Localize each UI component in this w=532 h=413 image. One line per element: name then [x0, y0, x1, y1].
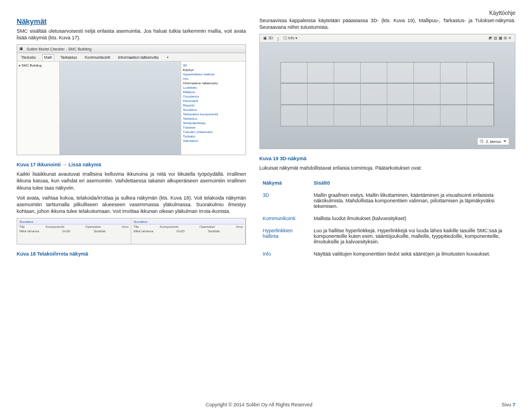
side-item[interactable]: Tarkastus — [183, 116, 244, 121]
para-left-2: Kaikki lisäikkunat avautuvat irrallisina… — [17, 171, 246, 191]
col: Tila — [19, 225, 24, 228]
side-3d[interactable]: 3D — [183, 63, 244, 68]
row-key-info: Info — [259, 248, 310, 260]
building-graphic — [280, 62, 494, 128]
side-item[interactable]: Valintakori — [183, 139, 244, 143]
doc-type-label: Käyttöohje — [17, 10, 515, 16]
cell: GUID — [62, 230, 70, 233]
cube-icon: ◫ — [480, 139, 484, 144]
figure-18: Suodatus Tila Komponentti Operaatiot Arv… — [17, 218, 246, 244]
side-item[interactable]: Tarkastetut komponentit — [183, 112, 244, 116]
cell: Mikä tahansa — [134, 230, 154, 233]
tab-tarkastus[interactable]: Tarkastus — [59, 55, 79, 60]
toolbar-icons[interactable]: ◩ ▥ ▦ ⊞ ✕ — [489, 36, 511, 40]
side-item[interactable]: Työkalut — [183, 134, 244, 139]
para-left-1: SMC sisältää oletusarvoisesti neljä eril… — [17, 28, 246, 41]
col: Tila — [134, 225, 139, 228]
col: Komponentti — [45, 225, 64, 228]
caption-fig19: Kuva 19 3D-näkymä — [259, 156, 515, 161]
fig17-3d-viewport[interactable] — [60, 62, 181, 155]
fig17-tabs: Tiedosto Malli Tarkastus Kommunikointi I… — [17, 53, 245, 62]
footer-page: Sivu 7 — [502, 402, 515, 407]
row-val-komm: Mallista luodut ilmoitukset (kalvoesityk… — [310, 212, 515, 225]
tab-plus[interactable]: + — [165, 55, 170, 60]
tree-root[interactable]: SMC Building — [22, 64, 42, 67]
side-item[interactable]: Edyttys — [183, 68, 244, 72]
col: Arvo — [122, 225, 129, 228]
side-item[interactable]: Raportti — [183, 103, 244, 108]
fig17-side-list: 3D Edyttys Hyperlinkkien hallinta Info I… — [181, 62, 245, 155]
side-item[interactable]: Informaation talteenotto — [183, 81, 244, 85]
caption-fig18: Kuva 18 Telakoi/irrota näkymä — [17, 251, 246, 257]
col: Operaatiot — [200, 225, 215, 228]
row-val-info: Näyttää valittujen komponenttien tiedot … — [310, 248, 515, 260]
floor-tag-label: 2. kerros — [486, 140, 501, 144]
para-right-1: Seuraavissa kappaleissa käytetään pääasi… — [259, 17, 515, 30]
col: Arvo — [236, 225, 243, 228]
fig18-right-title: Suodatus — [134, 220, 147, 223]
tab-kommunikointi[interactable]: Kommunikointi — [83, 55, 112, 60]
row-val-hyper: Luo ja hallitse hyperlinkkejä. Hyperlink… — [310, 225, 515, 248]
figure-19: ▣ 3D | ⓘ Info ▾ ◩ ▥ ▦ ⊞ ✕ ◫ 2. kerros ✕ — [259, 34, 515, 149]
tab-tiedosto[interactable]: Tiedosto — [19, 55, 38, 60]
cell: GUID — [176, 230, 185, 233]
caption-fig17: Kuva 17 Ikkunointi → Lissä näkymä — [17, 162, 246, 167]
side-item[interactable]: Info — [183, 77, 244, 81]
side-item[interactable]: Tulokset — [183, 125, 244, 130]
tab-info-talteenotto[interactable]: Informaation talteenotto — [116, 55, 161, 60]
para-right-2: Lukuisat näkymät mahdollistavat erilaisi… — [259, 165, 515, 171]
side-item[interactable]: Tehtäväinhittely — [183, 121, 244, 125]
row-val-3d: Mallin graafinen esitys. Mallin liikutta… — [310, 189, 515, 212]
fig17-tree: ▸ SMC Building — [17, 62, 60, 155]
fig19-info-label[interactable]: ⓘ Info ▾ — [283, 35, 298, 41]
th-sisalto: Sisältö — [310, 177, 515, 189]
side-item[interactable]: Hyperlinkkien hallinta — [183, 72, 244, 77]
cell: Mikä tahansa — [19, 230, 39, 233]
window-icon: ▣ — [19, 47, 23, 51]
row-key-hyper: Hyperlinkkien hallinta — [259, 225, 310, 248]
row-key-3d: 3D — [259, 189, 310, 212]
footer-copyright: Copyright © 2014 Solibri Oy All Rights R… — [206, 402, 313, 407]
side-item[interactable]: Osuolentto — [183, 94, 244, 99]
side-item[interactable]: Mallipuu — [183, 90, 244, 94]
section-title-nakymat: Näkymät — [17, 17, 246, 26]
fig18-left-title: Suodatus — [19, 220, 33, 223]
close-icon[interactable]: ✕ — [503, 139, 507, 144]
window-title: Solibri Model Checker - SMC Building — [27, 47, 91, 51]
col: Komponentti — [160, 225, 178, 228]
col: Operaatiot — [85, 225, 101, 228]
row-key-komm: Kommunikointi — [259, 212, 310, 225]
side-item[interactable]: Luokittelu — [183, 85, 244, 90]
side-item[interactable]: Parametrit — [183, 99, 244, 103]
side-item[interactable]: Suodatus — [183, 108, 244, 112]
views-table: Näkymä Sisältö 3D Mallin graafinen esity… — [259, 177, 515, 260]
th-nakymat: Näkymä — [259, 177, 310, 189]
cell: Sisältää — [208, 230, 219, 233]
floor-tag[interactable]: ◫ 2. kerros ✕ — [477, 137, 509, 145]
tab-malli[interactable]: Malli — [42, 54, 54, 60]
cell: Sisältää — [94, 230, 105, 233]
para-left-3: Voit avata, vaihtaa kokoa, telakoida/irr… — [17, 195, 246, 215]
fig19-3d-label[interactable]: ▣ 3D — [263, 36, 273, 40]
figure-17: ▣ Solibri Model Checker - SMC Building T… — [17, 44, 246, 155]
fig19-3d-viewport[interactable]: ◫ 2. kerros ✕ — [260, 43, 515, 149]
side-item[interactable]: Tulosten yhteenveto — [183, 130, 244, 134]
